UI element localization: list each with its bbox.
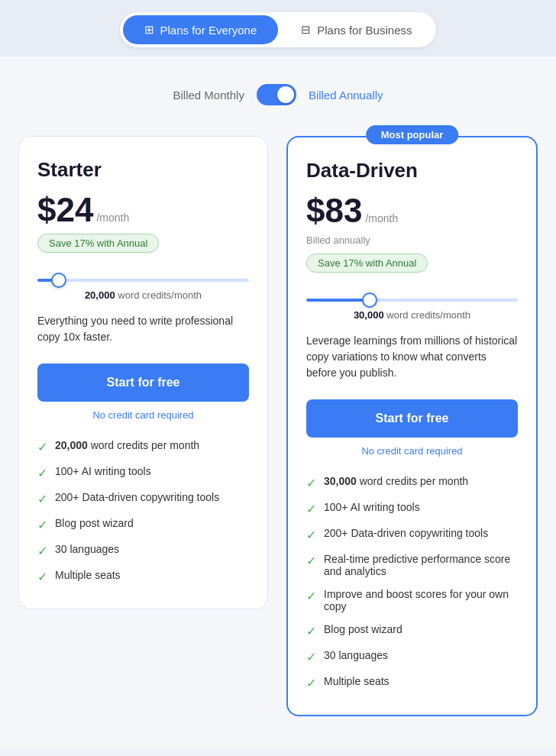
list-item: ✓Multiple seats	[37, 569, 249, 584]
plans-business-label: Plans for Business	[317, 24, 412, 37]
check-icon: ✓	[37, 518, 47, 532]
check-icon: ✓	[306, 528, 316, 542]
check-icon: ✓	[306, 589, 316, 603]
billing-toggle-section: Billed Monthly Billed Annually	[0, 57, 556, 124]
pricing-cards: Starter $24 /month Save 17% with Annual …	[0, 124, 556, 747]
check-icon: ✓	[37, 544, 47, 558]
data-driven-slider-value: 30,000	[354, 309, 384, 321]
data-driven-slider-unit: word credits/month	[386, 309, 470, 321]
list-item: ✓Real-time predictive performance score …	[306, 553, 518, 577]
billed-monthly-label: Billed Monthly	[173, 89, 244, 102]
check-icon: ✓	[37, 440, 47, 454]
list-item: ✓20,000 word credits per month	[37, 439, 249, 454]
starter-slider-thumb[interactable]	[51, 273, 66, 288]
data-driven-cta-button[interactable]: Start for free	[306, 399, 518, 438]
data-driven-slider-label: 30,000 word credits/month	[306, 309, 518, 321]
data-driven-period: /month	[365, 212, 398, 225]
check-icon: ✓	[37, 492, 47, 506]
starter-features-list: ✓20,000 word credits per month✓100+ AI w…	[37, 439, 249, 584]
check-icon: ✓	[306, 554, 316, 568]
starter-save-badge: Save 17% with Annual	[37, 234, 159, 253]
data-driven-price-row: $83 /month	[306, 192, 518, 230]
top-navigation: ⊞ Plans for Everyone ⊟ Plans for Busines…	[0, 0, 556, 57]
data-driven-slider-thumb[interactable]	[362, 292, 377, 308]
business-icon: ⊟	[301, 23, 311, 37]
starter-price-row: $24 /month	[37, 191, 249, 229]
list-item: ✓Blog post wizard	[37, 517, 249, 532]
starter-card: Starter $24 /month Save 17% with Annual …	[18, 136, 268, 609]
check-icon: ✓	[306, 676, 316, 690]
list-item: ✓30,000 word credits per month	[306, 475, 518, 490]
data-driven-features-list: ✓30,000 word credits per month✓100+ AI w…	[306, 475, 518, 690]
data-driven-plan-name: Data-Driven	[306, 159, 518, 183]
starter-slider-value: 20,000	[85, 289, 115, 301]
data-driven-slider-fill	[306, 299, 370, 302]
data-driven-billed-text: Billed annually	[306, 234, 518, 246]
data-driven-slider[interactable]	[306, 299, 518, 302]
plans-everyone-tab[interactable]: ⊞ Plans for Everyone	[123, 15, 279, 44]
starter-no-credit: No credit card required	[37, 409, 249, 421]
list-item: ✓Blog post wizard	[306, 623, 518, 638]
list-item: ✓Improve and boost scores for your own c…	[306, 588, 518, 612]
list-item: ✓100+ AI writing tools	[37, 465, 249, 480]
plans-everyone-label: Plans for Everyone	[160, 24, 257, 37]
list-item: ✓30 languages	[37, 543, 249, 558]
starter-slider-track	[37, 279, 249, 282]
starter-plan-name: Starter	[37, 158, 249, 182]
starter-cta-button[interactable]: Start for free	[37, 363, 249, 402]
starter-period: /month	[96, 212, 129, 224]
check-icon: ✓	[306, 502, 316, 516]
list-item: ✓100+ AI writing tools	[306, 501, 518, 516]
plans-business-tab[interactable]: ⊟ Plans for Business	[280, 15, 433, 44]
list-item: ✓30 languages	[306, 649, 518, 664]
list-item: ✓Multiple seats	[306, 675, 518, 690]
list-item: ✓200+ Data-driven copywriting tools	[37, 491, 249, 506]
starter-price: $24	[37, 191, 93, 229]
check-icon: ✓	[306, 476, 316, 490]
starter-slider-unit: word credits/month	[118, 289, 202, 301]
data-driven-price: $83	[306, 192, 362, 230]
everyone-icon: ⊞	[144, 23, 154, 37]
toggle-knob	[277, 86, 294, 103]
data-driven-card: Most popular Data-Driven $83 /month Bill…	[286, 136, 538, 716]
plan-toggle-bar: ⊞ Plans for Everyone ⊟ Plans for Busines…	[120, 12, 437, 47]
billing-toggle[interactable]	[257, 84, 296, 105]
most-popular-badge: Most popular	[366, 125, 459, 144]
billed-annually-label: Billed Annually	[309, 89, 383, 102]
data-driven-description: Leverage learnings from millions of hist…	[306, 333, 518, 381]
data-driven-slider-track	[306, 299, 518, 302]
check-icon: ✓	[37, 570, 47, 584]
check-icon: ✓	[37, 466, 47, 480]
data-driven-no-credit: No credit card required	[306, 445, 518, 457]
starter-description: Everything you need to write professiona…	[37, 313, 249, 345]
check-icon: ✓	[306, 650, 316, 664]
data-driven-save-badge: Save 17% with Annual	[306, 254, 428, 273]
starter-slider[interactable]	[37, 279, 249, 282]
check-icon: ✓	[306, 624, 316, 638]
starter-slider-label: 20,000 word credits/month	[37, 289, 249, 301]
list-item: ✓200+ Data-driven copywriting tools	[306, 527, 518, 542]
